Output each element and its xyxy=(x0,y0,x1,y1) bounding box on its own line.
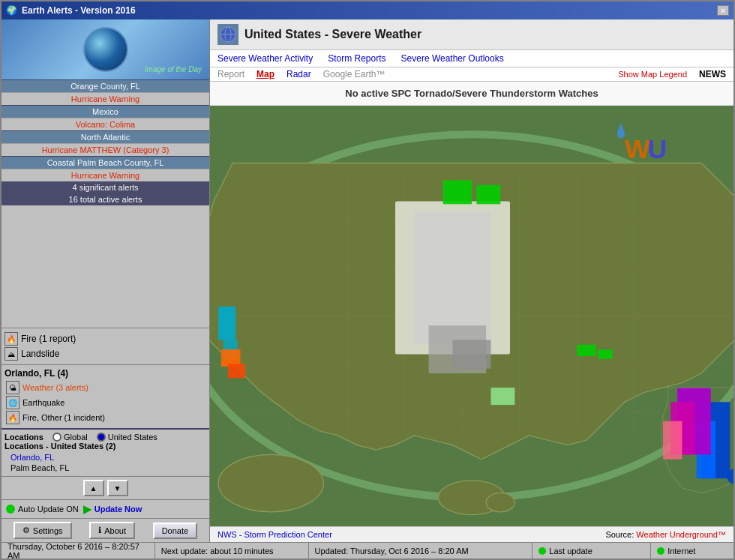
source-text: Source: Weather Underground™ xyxy=(605,530,726,539)
svg-text:U: U xyxy=(648,134,668,164)
main-content: Image of the Day Orange County, FL Hurri… xyxy=(2,19,734,542)
us-map: W U xyxy=(210,106,734,526)
alerts-list: Orange County, FL Hurricane Warning Mexi… xyxy=(2,79,209,328)
news-tab[interactable]: NEWS xyxy=(699,69,726,79)
title-bar-left: 🌍 Earth Alerts - Version 2016 xyxy=(6,5,136,16)
locations-radio-group: Locations Global United States xyxy=(4,433,206,442)
fire-item[interactable]: 🔥 Fire (1 report) xyxy=(4,331,206,346)
auto-update-bar: Auto Update ON ▶ Update Now xyxy=(2,499,209,518)
svg-rect-27 xyxy=(491,388,515,405)
fire-other-icon: 🔥 xyxy=(6,411,20,424)
landslide-item[interactable]: ⛰ Landslide xyxy=(4,346,206,361)
about-label: About xyxy=(104,526,126,535)
tab-radar[interactable]: Radar xyxy=(286,69,311,79)
tab-google-earth[interactable]: Google Earth™ xyxy=(323,69,386,79)
earthquake-item[interactable]: 🌐 Earthquake xyxy=(4,395,206,410)
status-last-update: Last update xyxy=(532,543,651,559)
weather-alerts-label: Weather (3 alerts) xyxy=(22,383,88,392)
us-radio-btn[interactable] xyxy=(97,433,106,442)
alert-header-mexico: Mexico xyxy=(2,105,209,118)
us-radio[interactable]: United States xyxy=(97,433,158,442)
svg-rect-32 xyxy=(663,421,682,460)
svg-rect-21 xyxy=(443,180,472,204)
map-container[interactable]: W U xyxy=(210,106,734,526)
orlando-section: Orlando, FL (4) 🌤 Weather (3 alerts) 🌐 E… xyxy=(2,364,209,428)
fire-label: Fire (1 report) xyxy=(21,334,76,344)
app-window: 🌍 Earth Alerts - Version 2016 ✕ Image of… xyxy=(0,0,735,560)
alert-hurricane-warning-1[interactable]: Hurricane Warning xyxy=(2,92,209,105)
alert-volcano[interactable]: Volcano: Colima xyxy=(2,118,209,130)
weather-alerts-item[interactable]: 🌤 Weather (3 alerts) xyxy=(4,380,206,395)
fire-other-item[interactable]: 🔥 Fire, Other (1 incident) xyxy=(4,410,206,425)
fire-section: 🔥 Fire (1 report) ⛰ Landslide xyxy=(2,328,209,364)
nav-storm-reports[interactable]: Storm Reports xyxy=(328,53,386,64)
update-now-button[interactable]: ▶ Update Now xyxy=(83,503,142,515)
locations-label: Locations xyxy=(4,433,44,442)
nav-severe-weather[interactable]: Severe Weather Activity xyxy=(218,53,313,64)
internet-indicator xyxy=(657,547,664,555)
auto-update-label: Auto Update ON xyxy=(18,505,79,514)
source-label: Source: xyxy=(605,530,636,539)
last-update-label: Last update xyxy=(549,547,592,556)
right-panel: United States - Severe Weather Severe We… xyxy=(210,19,734,542)
svg-rect-25 xyxy=(577,345,596,356)
locations-header: Locations - United States (2) xyxy=(4,442,206,451)
alert-hurricane-warning-2[interactable]: Hurricane Warning xyxy=(2,169,209,181)
settings-button[interactable]: ⚙ Settings xyxy=(14,522,72,539)
source-link[interactable]: Weather Underground™ xyxy=(636,530,726,539)
watch-banner: No active SPC Tornado/Severe Thunderstor… xyxy=(210,82,734,106)
scroll-up-button[interactable]: ▲ xyxy=(83,480,104,496)
svg-rect-20 xyxy=(415,211,491,345)
global-radio-btn[interactable] xyxy=(52,433,62,442)
tab-report[interactable]: Report xyxy=(218,69,244,79)
right-header: United States - Severe Weather xyxy=(210,19,734,50)
header-icon xyxy=(218,24,238,45)
map-tabs: Report Map Radar Google Earth™ Show Map … xyxy=(210,67,734,82)
auto-update-status: Auto Update ON xyxy=(6,505,79,514)
global-radio[interactable]: Global xyxy=(52,433,88,442)
scroll-down-button[interactable]: ▼ xyxy=(107,480,128,496)
alert-header-atlantic: North Atlantic xyxy=(2,130,209,143)
right-header-title: United States - Severe Weather xyxy=(244,28,422,41)
earthquake-label: Earthquake xyxy=(22,398,64,407)
svg-text:W: W xyxy=(625,134,650,164)
play-icon: ▶ xyxy=(83,503,92,515)
scroll-buttons: ▲ ▼ xyxy=(2,476,209,499)
show-legend-link[interactable]: Show Map Legend xyxy=(618,70,687,79)
alert-count-significant: 4 significant alerts xyxy=(2,181,209,193)
alert-count-total: 16 total active alerts xyxy=(2,193,209,205)
alert-header-orange: Orange County, FL xyxy=(2,79,209,92)
close-button[interactable]: ✕ xyxy=(717,5,729,16)
orlando-title[interactable]: Orlando, FL (4) xyxy=(4,368,206,379)
donate-label: Donate xyxy=(162,526,188,535)
alert-hurricane-matthew[interactable]: Hurricane MATTHEW (Category 3) xyxy=(2,143,209,156)
sidebar: Image of the Day Orange County, FL Hurri… xyxy=(2,19,210,542)
map-tabs-left: Report Map Radar Google Earth™ xyxy=(218,69,385,79)
location-palm-beach[interactable]: Palm Beach, FL xyxy=(4,463,206,473)
nws-link[interactable]: NWS - Storm Prediction Center xyxy=(218,530,332,539)
fire-other-label: Fire, Other (1 incident) xyxy=(22,413,105,422)
status-next-update: Next update: about 10 minutes xyxy=(155,543,309,559)
tab-map[interactable]: Map xyxy=(256,69,274,79)
location-orlando[interactable]: Orlando, FL xyxy=(4,452,206,463)
status-datetime: Thursday, October 6 2016 – 8:20:57 AM xyxy=(2,543,155,559)
right-footer: NWS - Storm Prediction Center Source: We… xyxy=(210,526,734,542)
nav-outlooks[interactable]: Severe Weather Outlooks xyxy=(401,53,504,64)
us-label: United States xyxy=(108,433,158,442)
svg-rect-26 xyxy=(598,349,612,359)
landslide-icon: ⛰ xyxy=(4,347,18,361)
sidebar-top: Image of the Day xyxy=(2,19,209,79)
svg-rect-24 xyxy=(453,340,491,368)
donate-button[interactable]: Donate xyxy=(153,523,197,539)
status-bar: Thursday, October 6 2016 – 8:20:57 AM Ne… xyxy=(2,542,734,559)
status-updated: Updated: Thursday, Oct 6 2016 – 8:20 AM xyxy=(309,543,533,559)
landslide-label: Landslide xyxy=(21,349,59,359)
internet-label: Internet xyxy=(668,547,695,556)
globe-icon xyxy=(83,27,128,72)
svg-rect-22 xyxy=(476,185,500,205)
about-button[interactable]: ℹ About xyxy=(89,522,135,539)
svg-point-40 xyxy=(486,493,514,512)
update-now-label: Update Now xyxy=(94,505,142,514)
app-icon: 🌍 xyxy=(6,5,17,16)
app-title: Earth Alerts - Version 2016 xyxy=(22,5,136,16)
